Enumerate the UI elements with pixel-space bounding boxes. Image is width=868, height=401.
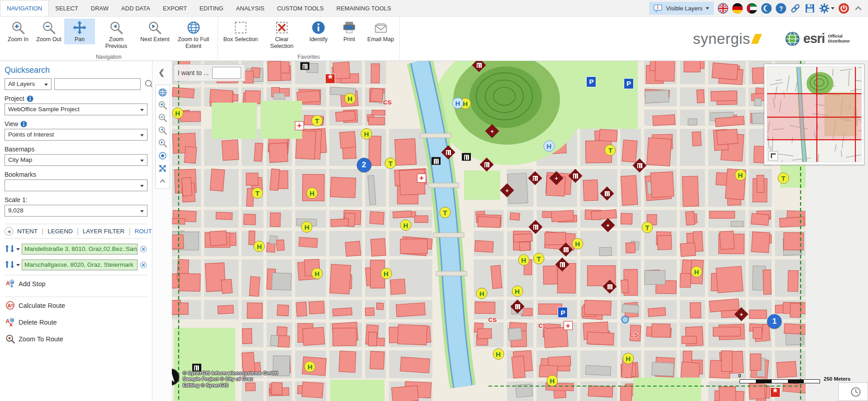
hotel-marker[interactable]: H <box>172 108 183 119</box>
poi-diamond-marker[interactable] <box>510 299 524 313</box>
route-stop-marker[interactable]: 1 <box>767 314 782 329</box>
poi-diamond-marker[interactable] <box>569 169 583 183</box>
select-bookmarks[interactable] <box>5 179 147 191</box>
menu-tab-add-data[interactable]: ADD DATA <box>115 0 157 16</box>
hotel-marker[interactable]: H <box>572 238 583 249</box>
flag-germany-icon[interactable] <box>732 3 743 14</box>
delete-route-button[interactable]: ABxDelete Route <box>5 314 147 330</box>
public-building-marker[interactable] <box>462 153 471 161</box>
info-icon[interactable] <box>20 121 27 127</box>
add-stop-button[interactable]: AB+Add Stop <box>5 275 147 292</box>
hotel-marker[interactable]: H <box>512 286 523 297</box>
poi-diamond-marker[interactable] <box>559 243 573 257</box>
hospital-marker[interactable]: H <box>452 98 463 109</box>
map-canvas[interactable]: 21HHHHHHHHHHHHHHHHHHHHTTTTTTTTHH+++++PPP… <box>172 61 806 401</box>
hospital-marker[interactable]: H <box>543 141 555 152</box>
cs-marker[interactable]: CS <box>489 316 497 323</box>
hotel-marker[interactable]: H <box>361 128 372 139</box>
parking-marker[interactable]: P <box>624 78 634 89</box>
theater-marker[interactable]: T <box>385 157 396 169</box>
menu-tab-draw[interactable]: DRAW <box>85 0 115 16</box>
select-project[interactable]: WebOffice Sample Project <box>5 104 147 115</box>
overview-map[interactable] <box>764 64 864 165</box>
i-want-to-input[interactable] <box>212 67 241 79</box>
hotel-marker[interactable]: H <box>476 288 488 299</box>
route-stop-input[interactable]: Marschallgasse, 8020, Graz, Steiermark <box>22 259 138 270</box>
poi-diamond-marker[interactable] <box>632 158 646 172</box>
theater-marker[interactable]: T <box>311 115 323 126</box>
email-map-button[interactable]: Email Map <box>365 19 397 44</box>
theater-marker[interactable]: T <box>252 187 263 198</box>
settings-gear-icon-wrap[interactable] <box>819 3 835 14</box>
poi-diamond-marker[interactable] <box>603 280 617 294</box>
hotel-marker[interactable]: H <box>301 221 313 232</box>
route-stop-input[interactable]: Mandellstraße 3, 8010, Graz,02.Bez.:Sank <box>22 244 138 255</box>
hotel-marker[interactable]: H <box>254 241 265 252</box>
select-view[interactable]: Points of Interest <box>5 129 147 141</box>
hotel-marker[interactable]: H <box>380 268 392 279</box>
tab-layer-filter[interactable]: LAYER FILTER <box>80 228 128 235</box>
remove-stop-button[interactable] <box>139 261 147 269</box>
tab-routing[interactable]: ROUTING <box>132 228 152 235</box>
hotel-marker[interactable]: H <box>735 169 746 180</box>
flag-uae-icon[interactable] <box>747 3 757 14</box>
menu-tab-remaining-tools[interactable]: REMAINING TOOLS <box>330 0 398 16</box>
map-tool-overview-globe[interactable] <box>157 87 168 98</box>
poi-diamond-marker[interactable]: + <box>735 307 749 321</box>
calculate-route-button[interactable]: A=Calculate Route <box>5 297 147 314</box>
hotel-marker[interactable]: H <box>400 220 411 231</box>
menu-tab-select[interactable]: SELECT <box>49 0 85 16</box>
theater-marker[interactable]: T <box>439 207 451 218</box>
zoom-out-button[interactable]: Zoom Out <box>33 19 64 44</box>
fountain-marker[interactable] <box>621 316 629 324</box>
hotel-marker[interactable]: H <box>311 268 323 279</box>
reorder-stop-icon[interactable] <box>5 260 14 269</box>
hotel-marker[interactable]: H <box>344 93 356 104</box>
pan-button[interactable]: Pan <box>64 19 95 44</box>
select-scale-1[interactable]: 9,028 <box>5 205 147 217</box>
map-tool-zoom-next[interactable] <box>157 137 168 149</box>
tab-ntent[interactable]: NTENT <box>14 228 41 235</box>
menu-tab-export[interactable]: EXPORT <box>157 0 193 16</box>
poi-diamond-marker[interactable]: + <box>500 183 514 197</box>
info-icon[interactable] <box>27 95 33 102</box>
theater-marker[interactable]: T <box>605 145 616 156</box>
menu-tab-navigation[interactable]: NAVIGATION <box>0 0 49 16</box>
menu-tab-editing[interactable]: EDITING <box>193 0 230 16</box>
print-button[interactable]: Print <box>334 19 365 44</box>
visible-layers-button[interactable]: i Visible Layers <box>649 2 714 15</box>
poi-diamond-marker[interactable] <box>600 187 614 201</box>
tab-scroll-left-button[interactable]: ◀ <box>5 227 13 236</box>
route-stop-marker[interactable]: 2 <box>357 158 371 172</box>
cs-marker[interactable]: CS <box>383 99 392 105</box>
hotel-marker[interactable]: H <box>493 349 504 360</box>
flag-uk-icon[interactable] <box>718 3 728 14</box>
collapse-ribbon-icon[interactable] <box>853 3 863 14</box>
zoom-in-button[interactable]: Zoom In <box>3 19 33 44</box>
quicksearch-input[interactable] <box>54 78 141 90</box>
public-building-marker[interactable] <box>432 157 441 165</box>
poi-diamond-marker[interactable] <box>472 61 486 72</box>
zoom-previous-button[interactable]: Zoom Previous <box>95 19 138 51</box>
theater-marker[interactable]: T <box>778 172 789 184</box>
emergency-marker[interactable]: * <box>770 387 780 397</box>
chevron-down-icon[interactable] <box>16 248 20 250</box>
hotel-marker[interactable]: H <box>622 353 634 364</box>
map-tool-zoom-out[interactable] <box>157 112 168 123</box>
menu-tab-analysis[interactable]: ANALYSIS <box>230 0 271 16</box>
zoom-to-full-extent-button[interactable]: Zoom to Full Extent <box>172 19 215 51</box>
hotel-marker[interactable]: H <box>546 375 558 386</box>
poi-diamond-marker[interactable]: + <box>550 171 564 185</box>
public-building-marker[interactable] <box>300 62 309 70</box>
night-mode-icon[interactable] <box>761 3 772 14</box>
select-basemaps[interactable]: City Map <box>5 154 147 166</box>
time-slider-button[interactable] <box>838 382 868 401</box>
map-tool-full-extent[interactable] <box>157 163 168 174</box>
pharmacy-marker[interactable]: + <box>295 121 304 130</box>
poi-diamond-marker[interactable] <box>480 157 494 171</box>
poi-diamond-marker[interactable] <box>555 257 569 271</box>
cs-marker[interactable]: CS <box>630 331 638 338</box>
map-tool-zoom-in[interactable] <box>157 99 168 111</box>
theater-marker[interactable]: T <box>533 253 545 264</box>
emergency-marker[interactable]: * <box>325 74 335 84</box>
